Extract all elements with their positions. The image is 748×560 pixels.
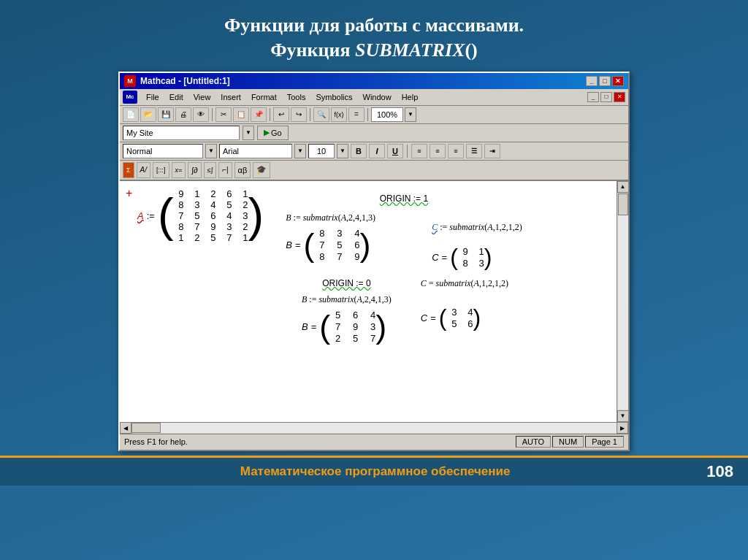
math-integral-btn[interactable]: ∫∂ xyxy=(188,162,201,178)
matrix-a-def: A := ( 9 1 2 6 1 8 3 4 5 xyxy=(137,188,264,243)
underline-button[interactable]: U xyxy=(387,144,403,158)
scroll-down-btn[interactable]: ▼ xyxy=(617,410,629,422)
c2-00: 3 xyxy=(446,307,457,318)
open-icon[interactable]: 📂 xyxy=(140,107,156,122)
close-button[interactable]: ✕ xyxy=(612,76,624,86)
matrix-C2: ( 3 4 5 6 ) xyxy=(439,307,481,329)
size-dropdown[interactable]: ▼ xyxy=(337,144,348,158)
go-button[interactable]: ▶ Go xyxy=(257,126,289,140)
mathcad-icon: M xyxy=(124,75,136,87)
print-icon[interactable]: 🖨 xyxy=(175,107,191,122)
find-icon[interactable]: 🔍 xyxy=(313,107,329,122)
math-calc2-btn[interactable]: ≤∫ xyxy=(204,162,216,178)
menu-edit[interactable]: Edit xyxy=(165,91,188,103)
cell-A-22: 6 xyxy=(206,210,216,221)
paste-icon[interactable]: 📌 xyxy=(251,107,267,122)
equal-icon[interactable]: = xyxy=(348,107,365,122)
italic-button[interactable]: I xyxy=(369,144,385,158)
style-select[interactable]: Normal xyxy=(123,144,203,158)
menu-tools[interactable]: Tools xyxy=(283,91,310,103)
indent-icon[interactable]: ⇥ xyxy=(484,144,500,158)
hscroll-right-btn[interactable]: ▶ xyxy=(617,422,628,434)
align-left-icon[interactable]: ≡ xyxy=(411,144,427,158)
b2-22: 7 xyxy=(365,333,375,344)
align-right-icon[interactable]: ≡ xyxy=(448,144,464,158)
math-xeq-btn[interactable]: x= xyxy=(172,162,186,178)
matrix-A: ( 9 1 2 6 1 8 3 4 5 2 7 xyxy=(158,188,264,243)
math-calc-btn[interactable]: Σ xyxy=(123,162,134,178)
func-b1-text: B := submatrix(A,2,4,1,3) xyxy=(286,212,375,223)
list-icon[interactable]: ☰ xyxy=(466,144,482,158)
menu-window[interactable]: Window xyxy=(359,91,396,103)
b1-22: 9 xyxy=(349,251,359,262)
eq-B1: = xyxy=(295,239,301,250)
win-restore[interactable]: □ xyxy=(600,92,612,102)
b2-00: 5 xyxy=(330,310,340,321)
mathcad-window: M Mathcad - [Untitled:1] _ □ ✕ Mc File E… xyxy=(118,72,630,451)
math-matrix-btn[interactable]: [:::] xyxy=(153,162,169,178)
menu-insert[interactable]: Insert xyxy=(216,91,245,103)
align-center-icon[interactable]: ≡ xyxy=(430,144,446,158)
vertical-scrollbar[interactable]: ▲ ▼ xyxy=(617,181,628,422)
b1-11: 5 xyxy=(332,239,342,250)
address-dropdown[interactable]: ▼ xyxy=(243,126,254,140)
menu-file[interactable]: File xyxy=(142,91,164,103)
redo-icon[interactable]: ↪ xyxy=(291,107,307,122)
window-title: Mathcad - [Untitled:1] xyxy=(140,76,230,86)
font-dropdown[interactable]: ▼ xyxy=(294,144,306,158)
status-num: NUM xyxy=(552,436,584,448)
bold-button[interactable]: B xyxy=(351,144,367,158)
math-graph-btn[interactable]: A/ xyxy=(137,162,150,178)
cell-A-44: 1 xyxy=(238,232,248,243)
new-icon[interactable]: 📄 xyxy=(123,107,139,122)
font-select[interactable]: Arial xyxy=(219,144,292,158)
title-bar-controls: _ □ ✕ xyxy=(586,76,624,86)
win-minimize[interactable]: _ xyxy=(587,92,599,102)
hscroll-thumb[interactable] xyxy=(131,423,161,433)
minimize-button[interactable]: _ xyxy=(586,76,598,86)
c1-section: C := submatrix(A,1,2,1,2) C = ( 9 1 xyxy=(432,220,522,269)
b1-01: 3 xyxy=(332,228,342,239)
status-auto: AUTO xyxy=(516,436,551,448)
format-sep xyxy=(407,145,408,158)
win-close[interactable]: ✕ xyxy=(614,92,625,102)
menu-view[interactable]: View xyxy=(189,91,215,103)
menu-symbolics[interactable]: Symbolics xyxy=(311,91,356,103)
maximize-button[interactable]: □ xyxy=(599,76,611,86)
b1-21: 7 xyxy=(332,251,342,262)
copy-icon[interactable]: 📋 xyxy=(233,107,249,122)
size-select[interactable]: 10 xyxy=(308,144,335,158)
scroll-thumb[interactable] xyxy=(618,193,628,215)
save-icon[interactable]: 💾 xyxy=(158,107,174,122)
preview-icon[interactable]: 👁 xyxy=(193,107,209,122)
style-dropdown[interactable]: ▼ xyxy=(205,144,217,158)
math-prog-btn[interactable]: ⌐| xyxy=(218,162,232,178)
cell-A-34: 2 xyxy=(238,221,248,232)
menu-help[interactable]: Help xyxy=(397,91,423,103)
horizontal-scrollbar[interactable]: ◀ ▶ xyxy=(120,422,628,434)
math-hat-btn[interactable]: 🎓 xyxy=(253,162,270,178)
format-bar: Normal ▼ Arial ▼ 10 ▼ B I U ≡ ≡ ≡ ☰ ⇥ xyxy=(120,142,628,161)
menu-format[interactable]: Format xyxy=(247,91,281,103)
scroll-up-btn[interactable]: ▲ xyxy=(617,181,629,193)
calc-icon[interactable]: f(x) xyxy=(331,107,347,122)
b2-11: 9 xyxy=(348,321,358,332)
zoom-dropdown[interactable]: ▼ xyxy=(405,107,416,122)
hscroll-left-btn[interactable]: ◀ xyxy=(120,422,131,434)
bracket-left-C1: ( xyxy=(450,250,458,265)
status-right: AUTO NUM Page 1 xyxy=(516,436,624,448)
math-toolbar: Σ A/ [:::] x= ∫∂ ≤∫ ⌐| αβ 🎓 xyxy=(120,161,628,181)
right-section-1: ORIGIN := 1 B := submatrix(A,2,4,1,3) B … xyxy=(286,191,522,269)
math-alpha-btn[interactable]: αβ xyxy=(234,162,251,178)
bottom-row: ORIGIN := 0 B := submatrix(A,2,4,1,3) B … xyxy=(137,276,624,344)
origin2-block: ORIGIN := 0 xyxy=(302,276,392,289)
bracket-left-B2: ( xyxy=(319,317,330,337)
undo-icon[interactable]: ↩ xyxy=(273,107,289,122)
c1-10: 8 xyxy=(458,258,468,269)
address-input-value[interactable]: My Site xyxy=(123,126,240,140)
status-bar: Press F1 for help. AUTO NUM Page 1 xyxy=(120,434,628,450)
b2-01: 6 xyxy=(348,310,358,321)
cell-A-42: 5 xyxy=(206,232,216,243)
func-b2-line: B := submatrix(A,2,4,1,3) xyxy=(302,292,392,305)
cut-icon[interactable]: ✂ xyxy=(215,107,232,122)
